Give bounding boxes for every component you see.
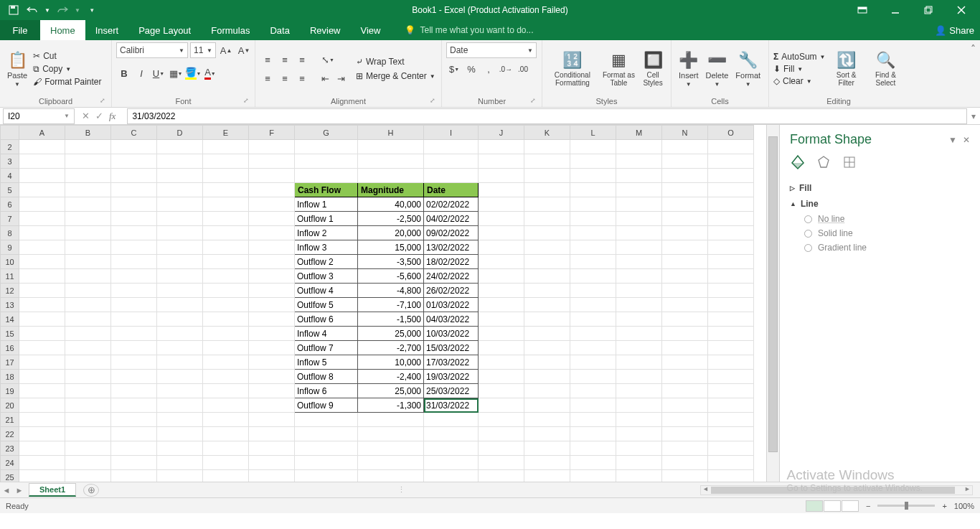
cell-B20[interactable] xyxy=(65,398,111,413)
cell-M8[interactable] xyxy=(616,226,662,240)
number-format-combo[interactable]: Date▼ xyxy=(446,42,537,58)
cancel-formula-icon[interactable]: ✕ xyxy=(82,111,90,122)
cell-A13[interactable] xyxy=(19,298,65,312)
cell-O2[interactable] xyxy=(708,140,754,154)
cell-J12[interactable] xyxy=(479,284,524,298)
cell-B19[interactable] xyxy=(65,384,111,398)
cell-O14[interactable] xyxy=(708,312,754,327)
cell-K23[interactable] xyxy=(524,441,570,456)
row-header-4[interactable]: 4 xyxy=(1,169,19,183)
cell-N7[interactable] xyxy=(662,212,708,226)
row-header-8[interactable]: 8 xyxy=(1,226,19,240)
cell-E20[interactable] xyxy=(203,398,249,413)
cell-I24[interactable] xyxy=(424,456,479,470)
cell-F16[interactable] xyxy=(249,341,295,355)
cell-L11[interactable] xyxy=(570,269,616,284)
cell-I7[interactable]: 04/02/2022 xyxy=(424,212,479,226)
cell-F13[interactable] xyxy=(249,298,295,312)
cell-I3[interactable] xyxy=(424,154,479,169)
cell-K17[interactable] xyxy=(524,355,570,370)
cell-F25[interactable] xyxy=(249,470,295,482)
page-break-view-button[interactable] xyxy=(842,500,859,512)
tab-review[interactable]: Review xyxy=(300,20,351,40)
cell-F20[interactable] xyxy=(249,398,295,413)
cell-C3[interactable] xyxy=(111,154,157,169)
cell-F9[interactable] xyxy=(249,240,295,255)
cell-O10[interactable] xyxy=(708,255,754,269)
cell-F10[interactable] xyxy=(249,255,295,269)
cell-N9[interactable] xyxy=(662,240,708,255)
underline-button[interactable]: U▼ xyxy=(151,65,166,81)
cell-F3[interactable] xyxy=(249,154,295,169)
fill-button[interactable]: ⬇Fill▼ xyxy=(773,64,825,74)
row-header-22[interactable]: 22 xyxy=(1,427,19,441)
cell-C2[interactable] xyxy=(111,140,157,154)
col-header-J[interactable]: J xyxy=(479,126,524,140)
cell-L12[interactable] xyxy=(570,284,616,298)
decrease-decimal-button[interactable]: .00 xyxy=(515,61,531,77)
cell-M4[interactable] xyxy=(616,169,662,183)
delete-cells-button[interactable]: ➖Delete▼ xyxy=(703,51,732,88)
cell-H19[interactable]: 25,000 xyxy=(358,384,424,398)
cell-B4[interactable] xyxy=(65,169,111,183)
cell-E7[interactable] xyxy=(203,212,249,226)
cell-O13[interactable] xyxy=(708,298,754,312)
cell-N14[interactable] xyxy=(662,312,708,327)
merge-center-button[interactable]: ⊞Merge & Center▼ xyxy=(356,71,435,81)
cell-I5[interactable]: Date xyxy=(424,183,479,197)
border-button[interactable]: ▦▼ xyxy=(168,65,184,81)
cell-D25[interactable] xyxy=(157,470,203,482)
tell-me-search[interactable]: 💡 Tell me what you want to do... xyxy=(405,25,533,35)
cell-K8[interactable] xyxy=(524,226,570,240)
cell-K19[interactable] xyxy=(524,384,570,398)
cell-C8[interactable] xyxy=(111,226,157,240)
cell-I22[interactable] xyxy=(424,427,479,441)
zoom-out-button[interactable]: − xyxy=(866,502,870,510)
cell-G16[interactable]: Outflow 7 xyxy=(295,341,358,355)
collapse-ribbon-button[interactable]: ˄ xyxy=(971,43,976,55)
cell-A19[interactable] xyxy=(19,384,65,398)
row-header-10[interactable]: 10 xyxy=(1,255,19,269)
cell-K22[interactable] xyxy=(524,427,570,441)
cell-E10[interactable] xyxy=(203,255,249,269)
cell-F5[interactable] xyxy=(249,183,295,197)
cell-A23[interactable] xyxy=(19,441,65,456)
align-top-button[interactable]: ≡ xyxy=(260,52,275,67)
align-left-button[interactable]: ≡ xyxy=(260,70,275,86)
cell-K20[interactable] xyxy=(524,398,570,413)
row-header-20[interactable]: 20 xyxy=(1,398,19,413)
cell-G14[interactable]: Outflow 6 xyxy=(295,312,358,327)
cell-F21[interactable] xyxy=(249,413,295,427)
cell-F4[interactable] xyxy=(249,169,295,183)
cell-I18[interactable]: 19/03/2022 xyxy=(424,370,479,384)
cell-B12[interactable] xyxy=(65,284,111,298)
number-launcher[interactable]: ⤢ xyxy=(530,97,536,104)
cell-C16[interactable] xyxy=(111,341,157,355)
cell-L18[interactable] xyxy=(570,370,616,384)
cell-O22[interactable] xyxy=(708,427,754,441)
cell-H24[interactable] xyxy=(358,456,424,470)
decrease-indent-button[interactable]: ⇤ xyxy=(317,70,333,86)
cell-B23[interactable] xyxy=(65,441,111,456)
fill-line-tab-icon[interactable] xyxy=(790,154,806,170)
cell-N3[interactable] xyxy=(662,154,708,169)
row-header-23[interactable]: 23 xyxy=(1,441,19,456)
cell-J2[interactable] xyxy=(479,140,524,154)
cell-styles-button[interactable]: 🔲Cell Styles xyxy=(639,51,666,87)
cell-I11[interactable]: 24/02/2022 xyxy=(424,269,479,284)
cell-O12[interactable] xyxy=(708,284,754,298)
cell-K7[interactable] xyxy=(524,212,570,226)
cell-O20[interactable] xyxy=(708,398,754,413)
cell-M21[interactable] xyxy=(616,413,662,427)
cell-G4[interactable] xyxy=(295,169,358,183)
cell-H21[interactable] xyxy=(358,413,424,427)
cell-A3[interactable] xyxy=(19,154,65,169)
tab-page-layout[interactable]: Page Layout xyxy=(128,20,201,40)
cell-L3[interactable] xyxy=(570,154,616,169)
cell-F14[interactable] xyxy=(249,312,295,327)
cell-G7[interactable]: Outflow 1 xyxy=(295,212,358,226)
undo-icon[interactable] xyxy=(26,4,39,17)
save-icon[interactable] xyxy=(7,4,20,17)
cell-I10[interactable]: 18/02/2022 xyxy=(424,255,479,269)
cell-G17[interactable]: Inflow 5 xyxy=(295,355,358,370)
